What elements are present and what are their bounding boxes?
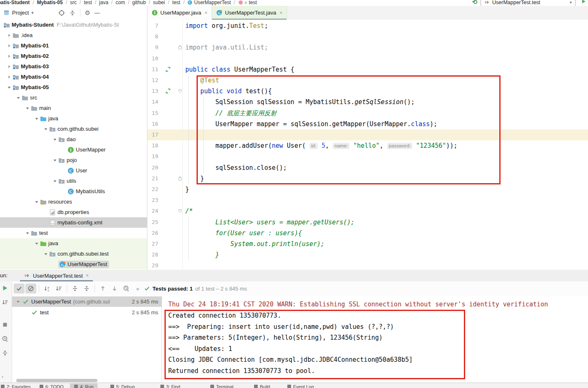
code-line-12[interactable]: 12 @Test [147,75,588,86]
tree-item-mybatis-04[interactable]: Mybatis-04 [0,72,147,82]
tool-window-button-3-find[interactable]: 3: Find [156,383,184,388]
tree-item-java[interactable]: java [0,238,147,249]
tree-item-pojo[interactable]: pojo [0,155,147,165]
code-line-10[interactable]: 10 [147,53,588,64]
clock-icon[interactable] [2,336,8,342]
run-config-select[interactable]: UserMapperTest.test ▾ [481,0,576,6]
tree-item-test[interactable]: test [0,228,147,238]
chevron-down-icon[interactable] [52,157,58,163]
editor-tab-usermappertest-java[interactable]: cUserMapperTest.java× [212,6,287,20]
tool-window-button-4-run[interactable]: 4: Run [70,383,97,388]
close-icon[interactable]: × [86,273,89,279]
chevron-down-icon[interactable] [42,126,49,132]
gear-icon[interactable]: ⚙ [85,9,90,17]
breadcrumb-item[interactable]: java [99,0,108,5]
code-line-23[interactable]: 23 [147,195,588,206]
tool-window-button-6-todo[interactable]: 6: TODO [35,383,68,388]
tool-window-button-terminal[interactable]: Terminal [206,383,238,388]
breadcrumb-item[interactable]: Mybatis-05 [37,0,63,5]
tool-window-button-5-debug[interactable]: 5: Debug [106,383,139,388]
chevron-right-icon[interactable]: › [2,374,3,380]
breadcrumb-item[interactable]: github [132,0,146,5]
sortaz-icon[interactable]: az [42,284,52,293]
chevron-right-icon[interactable] [6,64,12,70]
tool-window-button-build[interactable]: Build [250,383,274,388]
breadcrumb-item[interactable]: src [70,0,77,5]
editor-tab-usermapper-java[interactable]: IUserMapper.java× [147,6,212,20]
horizontal-scrollbar[interactable] [16,379,97,382]
code-line-25[interactable]: 25 List<User> users = mapper.getUsers(); [147,217,588,228]
run-button[interactable] [581,0,586,4]
chevron-down-icon[interactable] [33,241,40,246]
breadcrumb-item[interactable]: com [115,0,125,5]
chevron-down-icon[interactable]: ▼ [30,11,34,15]
chevron-down-icon[interactable] [33,199,40,205]
breadcrumb-item[interactable]: test [84,0,92,5]
breadcrumb-item[interactable]: CUserMapperTest [187,0,231,5]
tree-item-src[interactable]: src [0,92,147,103]
run-test-icon[interactable] [165,88,171,94]
code-line-21[interactable]: 21 } [147,173,588,184]
run-tab[interactable]: UserMapperTest.test × [20,270,93,281]
code-line-13[interactable]: 13 public void test(){ [147,86,588,97]
tree-item-usermappertest[interactable]: cUserMapperTest [0,259,147,269]
collapse-all-icon[interactable] [69,10,76,16]
code-line-27[interactable]: 27 System.out.println(user); [147,239,588,249]
tree-item-mybatis-05[interactable]: Mybatis-05 [0,82,147,92]
fold-marker-icon[interactable] [177,45,183,50]
code-area[interactable]: 7import org.junit.Test;89import java.uti… [147,20,588,270]
tree-item-mybatis-03[interactable]: Mybatis-03 [0,61,147,72]
tree-item-mybatis-student[interactable]: Mybatis-StudentF:\Java\Github\Mybatis-St [0,20,147,30]
tree-item-com-github-subei[interactable]: com.github.subei [0,124,147,134]
test-result-row-test[interactable]: test2 s 845 ms [12,307,162,318]
code-line-28[interactable]: 28 } [147,249,588,260]
run-test-icon[interactable] [165,66,171,72]
tree-item-main[interactable]: main [0,103,147,113]
chevron-down-icon[interactable] [15,299,21,304]
code-line-11[interactable]: 11public class UserMapperTest { [147,64,588,75]
tree-item-mybatis-02[interactable]: Mybatis-02 [0,51,147,61]
tree-item--idea[interactable]: .idea [0,30,147,40]
sortdur-icon[interactable] [53,284,64,293]
chevron-down-icon[interactable] [24,230,31,236]
chevron-down-icon[interactable] [52,178,58,184]
code-line-15[interactable]: 15 // 底层主要应用反射 [147,108,588,119]
more-actions-icon[interactable]: » [136,286,139,292]
play-green-icon[interactable] [2,285,8,291]
tree-item-java[interactable]: java [0,113,147,124]
tree-item-com-github-subei-test[interactable]: com.github.subei.test [0,249,147,259]
up-icon[interactable] [97,284,108,293]
chevron-down-icon[interactable] [15,95,22,101]
close-icon[interactable]: × [204,10,207,16]
down-icon[interactable] [109,284,120,293]
tree-item-mybatis-01[interactable]: Mybatis-01 [0,40,147,51]
code-line-8[interactable]: 8 [147,31,588,42]
chevron-down-icon[interactable] [6,85,12,90]
tree-item-mybatis-config-xml[interactable]: <>mybatis-config.xml [0,217,147,228]
tree-item-resources[interactable]: resources [0,196,147,207]
breadcrumb-item[interactable]: subei [153,0,165,5]
code-line-18[interactable]: 18 mapper.addUser(new User( id: 5, name:… [147,140,588,151]
check-icon[interactable] [14,284,25,293]
code-line-29[interactable]: 29 [147,260,588,270]
code-line-24[interactable]: 24/* [147,206,588,216]
code-line-26[interactable]: 26 for(User user : users){ [147,228,588,239]
sortdur-icon[interactable] [2,299,8,306]
tree-item-usermapper[interactable]: IUserMapper [0,144,147,155]
hide-panel-icon[interactable]: — [95,10,100,16]
locate-file-icon[interactable] [58,10,65,16]
code-line-14[interactable]: 14 SqlSession sqlSession = MybatisUtils.… [147,97,588,107]
code-line-7[interactable]: 7import org.junit.Test; [147,20,588,31]
tree-item-db-properties[interactable]: db.properties [0,207,147,217]
code-line-16[interactable]: 16 UserMapper mapper = sqlSession.getMap… [147,119,588,129]
clock-icon[interactable] [121,284,132,293]
expand-icon[interactable] [70,284,80,293]
tool-window-button-event-log[interactable]: Event Log [283,383,318,388]
code-line-9[interactable]: 9import java.util.List; [147,42,588,53]
code-line-19[interactable]: 19 [147,151,588,162]
breadcrumb-item[interactable]: Mybatis-Student [0,0,30,5]
fold-marker-icon[interactable] [177,208,183,214]
breadcrumb-item[interactable]: ≡test [238,0,257,5]
fold-marker-icon[interactable] [177,88,183,94]
tree-item-mybatisutils[interactable]: CMybatisUtils [0,186,147,196]
